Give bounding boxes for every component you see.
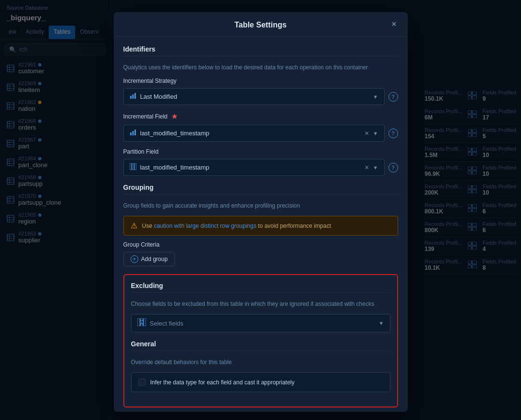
help-icon[interactable]: ? (388, 129, 398, 138)
grouping-desc: Group fields to gain accurate insights a… (123, 201, 398, 210)
clear-partition-field-button[interactable]: ✕ (364, 164, 369, 171)
excluding-section: Excluding Choose fields to be excluded f… (123, 274, 398, 407)
svg-text:+: + (141, 321, 143, 325)
infer-datatype-checkbox[interactable] (138, 379, 146, 386)
partition-field-label: Partition Field (123, 148, 159, 155)
table-settings-modal: Table Settings × Identifiers Qualytics u… (114, 12, 408, 412)
general-section: General Override default behaviors for t… (131, 340, 390, 392)
select-fields-dropdown[interactable]: + Select fields ▼ (131, 314, 390, 332)
modal-overlay: Table Settings × Identifiers Qualytics u… (0, 0, 521, 420)
incremental-field-label-row: Incremental Field ★ (123, 112, 398, 121)
partition-field-dropdown[interactable]: last_modified_timestamp ✕ ▼ (123, 159, 385, 176)
warning-icon: ⚠ (131, 221, 137, 230)
chevron-down-icon: ▼ (373, 165, 378, 171)
svg-rect-84 (132, 131, 134, 135)
chart-icon (130, 92, 136, 101)
plus-icon: + (131, 255, 138, 263)
svg-rect-80 (130, 96, 132, 99)
incremental-strategy-label: Incremental Strategy (123, 78, 177, 84)
svg-rect-81 (132, 94, 134, 99)
help-icon[interactable]: ? (388, 163, 398, 172)
excluding-title: Excluding (131, 282, 390, 289)
svg-rect-86 (130, 163, 132, 170)
grouping-title: Grouping (123, 184, 398, 191)
clear-incremental-field-button[interactable]: ✕ (364, 130, 369, 137)
divider (123, 56, 398, 56)
svg-rect-91 (144, 318, 146, 326)
divider (123, 194, 398, 195)
group-criteria-label-row: Group Criteria (123, 241, 398, 248)
divider (131, 351, 390, 351)
svg-rect-83 (130, 132, 132, 135)
checkbox-label: Infer the data type for each field and c… (150, 379, 295, 386)
svg-rect-85 (134, 130, 136, 135)
modal-header: Table Settings × (114, 12, 408, 37)
warning-box: ⚠ Use caution with large distinct row gr… (123, 216, 398, 236)
add-group-button[interactable]: + Add group (123, 252, 175, 266)
required-indicator: ★ (171, 112, 178, 121)
incremental-field-value: last_modified_timestamp (140, 130, 361, 137)
incremental-field-dropdown[interactable]: last_modified_timestamp ✕ ▼ (123, 125, 385, 142)
identifiers-desc: Qualytics uses the identifiers below to … (123, 63, 398, 72)
svg-rect-89 (137, 318, 140, 326)
warning-link: caution with large distinct row grouping… (154, 223, 256, 229)
add-group-label: Add group (141, 256, 168, 262)
partition-field-label-row: Partition Field (123, 148, 398, 155)
divider (131, 292, 390, 293)
general-title: General (131, 340, 390, 348)
select-fields-placeholder: Select fields (150, 320, 375, 327)
chevron-down-icon: ▼ (373, 131, 378, 136)
incremental-field-label: Incremental Field (123, 113, 168, 120)
chevron-down-icon: ▼ (379, 320, 384, 326)
incremental-strategy-label-row: Incremental Strategy (123, 78, 398, 84)
identifiers-title: Identifiers (123, 45, 398, 53)
svg-rect-82 (134, 93, 136, 99)
columns-icon (130, 163, 136, 171)
incremental-strategy-dropdown[interactable]: Last Modified ▼ (123, 88, 385, 105)
checkbox-row: Infer the data type for each field and c… (131, 372, 390, 392)
general-desc: Override default behaviors for this tabl… (131, 358, 390, 367)
chart-icon (130, 129, 136, 137)
modal-body: Identifiers Qualytics uses the identifie… (114, 37, 408, 412)
grouping-section: Grouping Group fields to gain accurate i… (123, 184, 398, 266)
modal-title: Table Settings (234, 21, 286, 29)
close-button[interactable]: × (388, 18, 400, 30)
group-criteria-label: Group Criteria (123, 241, 160, 248)
fields-select-icon: + (137, 318, 146, 328)
partition-field-value: last_modified_timestamp (140, 164, 361, 171)
incremental-strategy-value: Last Modified (140, 93, 369, 100)
svg-rect-87 (132, 163, 134, 170)
chevron-down-icon: ▼ (373, 94, 378, 100)
identifiers-section: Identifiers Qualytics uses the identifie… (123, 45, 398, 176)
svg-rect-88 (134, 163, 136, 170)
warning-text: Use caution with large distinct row grou… (142, 222, 331, 230)
help-icon[interactable]: ? (388, 92, 398, 102)
excluding-desc: Choose fields to be excluded from this t… (131, 300, 390, 308)
